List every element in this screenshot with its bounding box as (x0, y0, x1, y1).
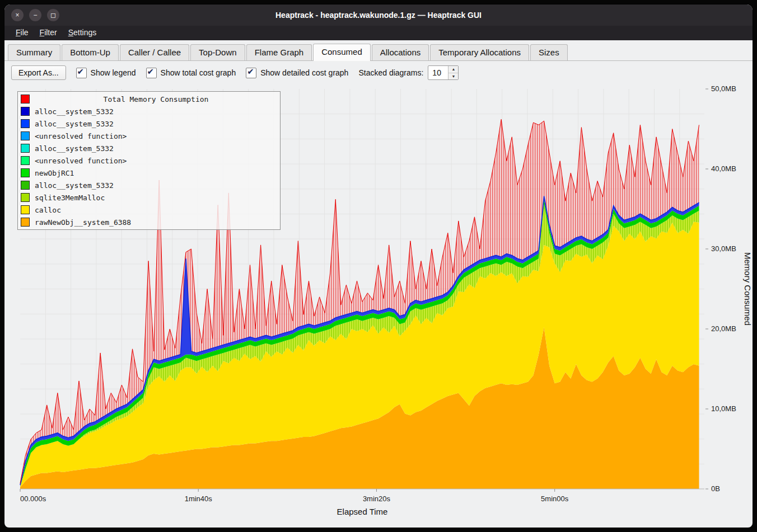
legend-label: Total Memory Consumption (35, 95, 277, 103)
checkbox-label: Show legend (91, 68, 136, 77)
checkbox-show-legend[interactable]: ✔Show legend (76, 68, 136, 78)
minimize-button[interactable]: − (29, 9, 41, 21)
check-icon: ✔ (147, 67, 155, 77)
legend-swatch (21, 168, 30, 177)
legend-item: rawNewObj__system_6388 (18, 216, 280, 228)
tabbar: SummaryBottom-UpCaller / CalleeTop-DownF… (4, 40, 753, 61)
stacked-diagrams-spinbox[interactable]: 10 ▲ ▼ (428, 65, 459, 80)
tab-top-down[interactable]: Top-Down (190, 44, 245, 60)
legend-swatch (21, 193, 30, 202)
tab-bottom-up[interactable]: Bottom-Up (62, 44, 119, 60)
y-axis-title: Memory Consumed (743, 252, 753, 326)
y-tick-label: 50,0MB (711, 84, 736, 93)
menu-file[interactable]: File (10, 26, 34, 40)
tab-caller-callee[interactable]: Caller / Callee (120, 44, 189, 60)
legend-swatch (21, 156, 30, 165)
legend-label: rawNewObj__system_6388 (35, 218, 131, 227)
checkbox-box[interactable]: ✔ (76, 68, 87, 78)
legend-label: sqlite3MemMalloc (35, 194, 105, 202)
maximize-button[interactable]: ◻ (47, 9, 59, 21)
menu-settings[interactable]: Settings (63, 26, 102, 40)
legend-swatch (21, 119, 30, 128)
x-tick-label: 3min20s (363, 495, 391, 503)
legend-swatch (21, 131, 30, 140)
menubar: FileFilterSettings (4, 26, 753, 40)
spin-up-button[interactable]: ▲ (448, 66, 458, 73)
export-as-button[interactable]: Export As... (11, 65, 66, 80)
legend-label: alloc__system_5332 (35, 181, 114, 190)
legend-item: <unresolved function> (18, 130, 280, 142)
menu-filter[interactable]: Filter (34, 26, 63, 40)
y-tick-label: 0B (711, 484, 720, 493)
legend-title: Total Memory Consumption (18, 93, 280, 105)
checkbox-box[interactable]: ✔ (146, 68, 157, 78)
legend-swatch (21, 218, 30, 227)
legend-label: calloc (35, 206, 61, 214)
spin-arrows: ▲ ▼ (448, 66, 458, 79)
legend-item: alloc__system_5332 (18, 105, 280, 117)
tab-temporary-allocations[interactable]: Temporary Allocations (430, 44, 529, 60)
check-icon: ✔ (77, 67, 85, 77)
chart-area: 00.000s1min40s3min20s5min00s0B10,0MB20,0… (12, 84, 753, 528)
legend-item: calloc (18, 204, 280, 216)
tab-sizes[interactable]: Sizes (530, 44, 568, 60)
stacked-diagrams-label: Stacked diagrams: (358, 68, 423, 77)
chart-legend: Total Memory Consumptionalloc__system_53… (17, 91, 281, 230)
checkbox-box[interactable]: ✔ (246, 68, 256, 78)
legend-label: <unresolved function> (35, 157, 127, 165)
spin-down-button[interactable]: ▼ (448, 73, 458, 80)
heaptrack-window: ×−◻ Heaptrack - heaptrack.wakunode.1.gz … (4, 4, 753, 528)
legend-item: alloc__system_5332 (18, 179, 280, 191)
tab-allocations[interactable]: Allocations (372, 44, 429, 60)
legend-label: alloc__system_5332 (35, 107, 114, 116)
y-tick-label: 30,0MB (711, 244, 736, 253)
legend-label: <unresolved function> (35, 132, 127, 140)
stacked-diagrams-group: Stacked diagrams: 10 ▲ ▼ (358, 65, 459, 80)
legend-item: alloc__system_5332 (18, 117, 280, 130)
legend-label: alloc__system_5332 (35, 144, 114, 153)
legend-swatch (21, 181, 30, 190)
window-title: Heaptrack - heaptrack.wakunode.1.gz — He… (275, 11, 482, 20)
stacked-diagrams-value[interactable]: 10 (428, 66, 448, 79)
legend-label: newObjRC1 (35, 169, 74, 177)
legend-item: alloc__system_5332 (18, 142, 280, 154)
legend-item: newObjRC1 (18, 167, 280, 179)
legend-swatch (21, 144, 30, 153)
checkbox-show-detailed-cost-graph[interactable]: ✔Show detailed cost graph (246, 68, 348, 78)
legend-item: <unresolved function> (18, 154, 280, 167)
legend-swatch (21, 205, 30, 214)
checkbox-show-total-cost-graph[interactable]: ✔Show total cost graph (146, 68, 236, 78)
toolbar: Export As... ✔Show legend✔Show total cos… (4, 61, 753, 83)
legend-label: alloc__system_5332 (35, 120, 114, 128)
checkbox-container: ✔Show legend✔Show total cost graph✔Show … (76, 68, 349, 78)
x-axis-title: Elapsed Time (12, 507, 712, 516)
x-tick-label: 5min00s (541, 495, 569, 503)
close-button[interactable]: × (11, 9, 24, 21)
y-tick-label: 40,0MB (711, 164, 736, 173)
tab-flame-graph[interactable]: Flame Graph (246, 44, 312, 60)
tab-summary[interactable]: Summary (8, 44, 60, 60)
x-tick-label: 1min40s (185, 495, 213, 503)
tab-consumed[interactable]: Consumed (313, 44, 371, 61)
x-tick-label: 00.000s (20, 495, 46, 503)
y-tick-label: 10,0MB (711, 404, 736, 413)
legend-item: sqlite3MemMalloc (18, 191, 280, 204)
checkbox-label: Show total cost graph (161, 68, 236, 77)
checkbox-label: Show detailed cost graph (260, 68, 348, 77)
check-icon: ✔ (247, 67, 254, 77)
y-tick-label: 20,0MB (711, 324, 736, 333)
legend-swatch (21, 95, 30, 103)
window-controls: ×−◻ (11, 4, 59, 26)
titlebar: ×−◻ Heaptrack - heaptrack.wakunode.1.gz … (4, 4, 753, 26)
legend-swatch (21, 107, 30, 116)
